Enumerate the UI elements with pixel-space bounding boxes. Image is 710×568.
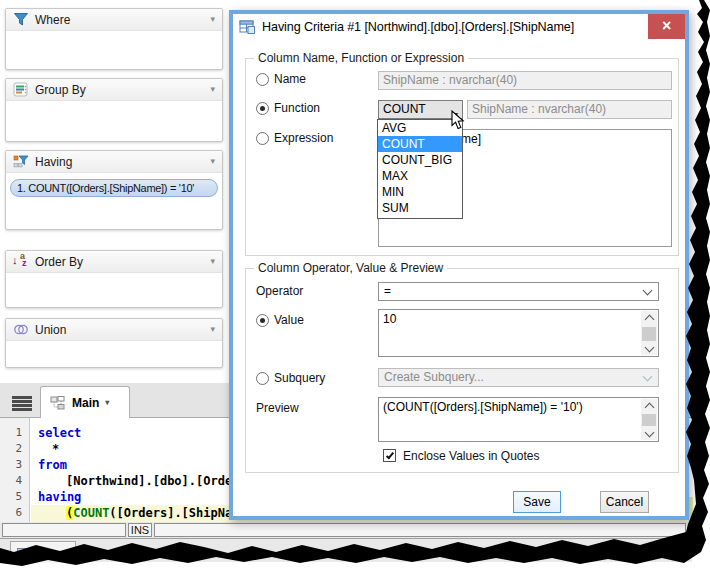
dropdown-item[interactable]: SUM: [378, 200, 462, 216]
function-token: COUNT: [73, 506, 109, 520]
panel-header-order-by[interactable]: ↓az Order By: [6, 251, 222, 273]
dropdown-item[interactable]: MAX: [378, 168, 462, 184]
line-number: 4: [15, 474, 22, 487]
tab-sql-label: SQL: [33, 547, 55, 559]
dropdown-item[interactable]: AVG: [378, 120, 462, 136]
code-line: *: [52, 442, 59, 456]
radio-function-label[interactable]: Function: [274, 101, 320, 115]
radio-function[interactable]: [256, 102, 269, 115]
checkmark-icon: [385, 450, 393, 459]
expression-partial-text: me]: [461, 132, 481, 146]
chevron-down-icon: [210, 15, 215, 24]
line-number: 6: [15, 506, 22, 519]
function-combo-value: COUNT: [383, 102, 426, 116]
scroll-up-icon[interactable]: [641, 399, 657, 412]
preview-textarea[interactable]: (COUNT([Orders].[ShipName]) = '10'): [378, 397, 659, 442]
group-legend: Column Operator, Value & Preview: [254, 261, 447, 275]
line-number: 5: [15, 490, 22, 503]
tab-main[interactable]: Main: [40, 386, 130, 418]
status-bar: INS: [0, 522, 692, 538]
status-cell-ins: INS: [128, 523, 152, 537]
group-column-operator-value-preview: Column Operator, Value & Preview Operato…: [245, 268, 679, 473]
subquery-combo-value: Create Subquery...: [384, 370, 484, 384]
chevron-down-icon: [643, 286, 653, 296]
dialog-title: Having Criteria #1 [Northwind].[dbo].[Or…: [262, 20, 574, 34]
panel-header-where[interactable]: Where: [6, 9, 222, 31]
status-cell-right: [154, 523, 686, 537]
line-number: 3: [15, 458, 22, 471]
group-by-icon: [13, 82, 29, 97]
operator-combo[interactable]: =: [378, 282, 659, 301]
group-legend: Column Name, Function or Expression: [254, 51, 468, 65]
tab-sql[interactable]: SQL: [10, 541, 76, 563]
code-line: (COUNT([Orders].[ShipNam: [66, 506, 239, 520]
code-line: select: [38, 426, 81, 440]
value-textarea[interactable]: 10: [378, 309, 659, 357]
dialog-title-bar: Having Criteria #1 [Northwind].[dbo].[Or…: [233, 14, 685, 40]
panel-label: Order By: [35, 255, 83, 269]
union-icon: [13, 322, 29, 337]
dropdown-item[interactable]: MIN: [378, 184, 462, 200]
preview-scrollbar[interactable]: [641, 399, 657, 440]
scroll-down-icon[interactable]: [641, 427, 657, 440]
scrollbar-thumb[interactable]: [642, 414, 656, 426]
preview-text: (COUNT([Orders].[ShipName]) = '10'): [383, 400, 583, 414]
value-scrollbar[interactable]: [641, 311, 657, 355]
save-button[interactable]: Save: [513, 491, 561, 513]
status-cell-left: [2, 523, 126, 537]
close-icon[interactable]: [648, 14, 685, 39]
panel-header-group-by[interactable]: Group By: [6, 79, 222, 101]
enclose-quotes-checkbox[interactable]: [383, 449, 396, 462]
scroll-down-icon[interactable]: [641, 342, 657, 355]
operator-combo-value: =: [384, 284, 391, 298]
having-criteria-item[interactable]: 1. COUNT([Orders].[ShipName]) = '10': [10, 179, 218, 197]
radio-expression[interactable]: [256, 132, 269, 145]
scroll-up-icon[interactable]: [641, 311, 657, 324]
dropdown-item[interactable]: COUNT_BIG: [378, 152, 462, 168]
panel-union: Union: [5, 318, 223, 368]
value-text: 10: [383, 312, 396, 326]
chevron-down-icon: [643, 372, 653, 382]
radio-expression-label[interactable]: Expression: [274, 131, 333, 145]
chevron-down-icon: [210, 157, 215, 166]
panel-group-by: Group By: [5, 78, 223, 142]
radio-subquery[interactable]: [256, 372, 269, 385]
radio-subquery-label[interactable]: Subquery: [274, 371, 325, 385]
menu-icon[interactable]: [12, 396, 32, 410]
panel-label: Having: [35, 155, 72, 169]
having-criteria-dialog: Having Criteria #1 [Northwind].[dbo].[Or…: [229, 10, 689, 520]
code-text: ([Orders].[ShipNam: [109, 506, 239, 520]
chevron-down-icon: [105, 398, 109, 407]
radio-name[interactable]: [256, 73, 269, 86]
line-number-gutter: 1 2 3 4 5 6: [0, 418, 30, 522]
panel-header-having[interactable]: Having: [6, 151, 222, 173]
chevron-down-icon: [210, 325, 215, 334]
cancel-button[interactable]: Cancel: [600, 491, 649, 513]
line-number: 2: [15, 442, 22, 455]
mouse-cursor: [451, 110, 466, 131]
function-column-field: ShipName : nvarchar(40): [467, 100, 672, 119]
panel-order-by: ↓az Order By: [5, 250, 223, 308]
function-dropdown-list: AVG COUNT COUNT_BIG MAX MIN SUM: [377, 119, 463, 219]
radio-value[interactable]: [256, 314, 269, 327]
sort-az-icon: ↓az: [13, 254, 29, 269]
app-screen: Where Group By: [0, 0, 710, 568]
code-line: having: [38, 490, 81, 504]
scrollbar-thumb[interactable]: [642, 327, 656, 341]
table-icon: [17, 548, 28, 558]
dropdown-item-selected[interactable]: COUNT: [378, 136, 462, 152]
panel-label: Where: [35, 13, 70, 27]
panel-header-union[interactable]: Union: [6, 319, 222, 341]
subquery-combo: Create Subquery...: [378, 368, 659, 387]
panel-label: Group By: [35, 83, 86, 97]
panel-having: Having 1. COUNT([Orders].[ShipName]) = '…: [5, 150, 223, 230]
having-icon: [13, 154, 29, 169]
tab-main-label: Main: [72, 396, 99, 410]
enclose-quotes-label[interactable]: Enclose Values in Quotes: [403, 449, 540, 463]
radio-value-label[interactable]: Value: [274, 313, 304, 327]
table-icon: [239, 20, 255, 34]
chevron-down-icon: [210, 257, 215, 266]
bottom-tab-bar: SQL: [0, 538, 692, 562]
radio-name-label[interactable]: Name: [274, 72, 306, 86]
code-line: from: [38, 458, 67, 472]
